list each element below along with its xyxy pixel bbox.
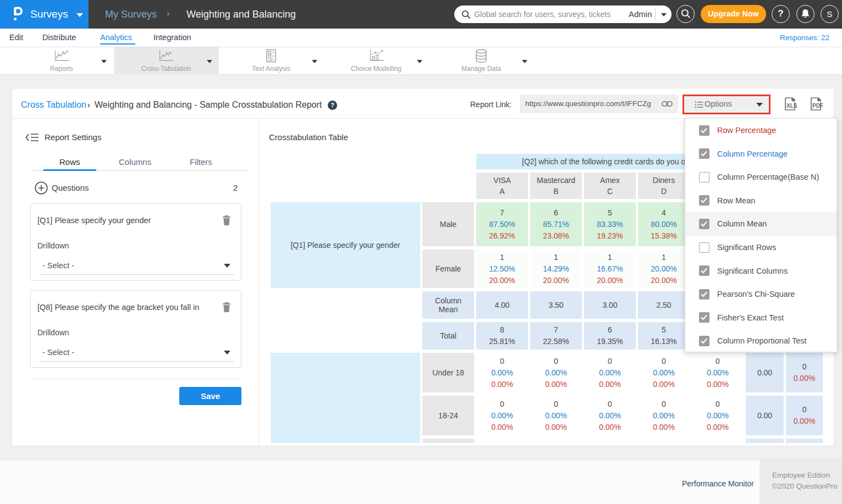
svg-text:XLS: XLS: [786, 103, 797, 109]
svg-text:PDF: PDF: [812, 103, 823, 109]
